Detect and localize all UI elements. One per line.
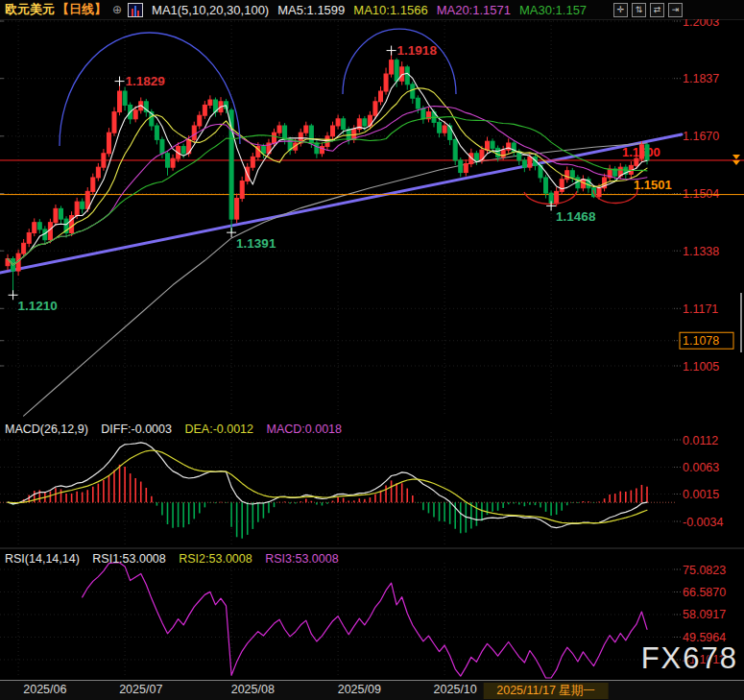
- candle-body: [486, 141, 490, 150]
- top-pattern-arc: [60, 33, 240, 146]
- add-indicator-icon[interactable]: ⊕: [112, 3, 122, 16]
- watermark: FX678: [641, 641, 738, 676]
- candle-body: [283, 126, 287, 139]
- price-axis-label: 1.1338: [683, 245, 719, 258]
- candle-body: [474, 154, 478, 160]
- rsi-line: [83, 563, 647, 678]
- macd-chart[interactable]: 0.01120.00630.0015-0.0034: [0, 418, 744, 549]
- candle-body: [379, 91, 383, 102]
- candle-body: [304, 126, 308, 133]
- chart-type-icon[interactable]: [128, 3, 143, 17]
- price-marker-icon: [732, 155, 740, 159]
- main-price-chart[interactable]: 1.20031.18371.16701.15041.13381.11711.10…: [0, 19, 744, 418]
- extreme-price-label: 1.1829: [126, 74, 165, 88]
- candle-body: [75, 202, 79, 215]
- candle-body: [597, 188, 601, 197]
- pan-icon[interactable]: ✛: [613, 3, 628, 17]
- x-axis-month-label: 2025/10: [434, 683, 477, 696]
- candle-body: [438, 122, 442, 133]
- candle-body: [123, 91, 127, 105]
- candle-body: [261, 147, 265, 154]
- macd-label: MACD(26,12,9): [5, 422, 88, 436]
- rsi-axis-label: 66.5870: [683, 586, 726, 599]
- price-axis-label: 1.1005: [683, 360, 719, 374]
- candle-body: [363, 119, 367, 126]
- macd-axis-label: 0.0063: [683, 461, 719, 474]
- candle-body: [192, 126, 196, 139]
- candle-body: [160, 139, 164, 153]
- candle-body: [496, 148, 500, 157]
- candle-body: [448, 126, 452, 139]
- rsi1-value: RSI1:53.0008: [92, 552, 165, 566]
- candle-body: [421, 109, 425, 119]
- candle-body: [22, 243, 26, 253]
- candle-body: [565, 171, 569, 180]
- rsi-axis-label: 75.0823: [683, 564, 726, 577]
- candle-body: [85, 191, 89, 208]
- candle-body: [544, 178, 548, 193]
- rsi2-value: RSI2:53.0008: [179, 552, 252, 566]
- candle-body: [112, 112, 116, 133]
- x-axis-month-label: 2025/07: [119, 683, 162, 696]
- title-bar: 欧元美元 【日线】 ⊕ MA1(5,10,20,30,100) MA5:1.15…: [0, 0, 744, 20]
- candle-body: [198, 115, 202, 126]
- price-axis-label: 1.1670: [683, 130, 719, 143]
- price-axis-label: 1.2003: [683, 19, 719, 29]
- candle-body: [373, 102, 377, 115]
- candle-body: [155, 126, 158, 139]
- rsi-chart[interactable]: 75.082366.587058.091749.596441.1011: [0, 549, 744, 680]
- scroll-right-icon[interactable]: ⇥: [668, 3, 683, 17]
- ma20-value: MA20:1.1571: [437, 3, 511, 17]
- x-axis-month-label: 2025/08: [231, 683, 275, 696]
- candle-body: [54, 208, 58, 222]
- candle-body: [48, 223, 52, 240]
- candle-body: [309, 126, 313, 143]
- period-label: 【日线】: [57, 1, 107, 18]
- level-label: 1.1501: [634, 178, 672, 192]
- candle-body: [459, 160, 463, 173]
- candle-body: [560, 180, 564, 192]
- rsi-header: RSI(14,14,14) RSI1:53.0008 RSI2:53.0008 …: [5, 552, 348, 566]
- candle-body: [390, 60, 394, 74]
- chart-toolbar: ✛ ⇅ ⇄ ⇥: [613, 3, 683, 17]
- ma-group-label: MA1(5,10,20,30,100): [152, 3, 269, 17]
- ma30-value: MA30:1.157: [519, 3, 587, 17]
- macd-diff-value: DIFF:-0.0003: [101, 422, 172, 436]
- ma100-line: [24, 143, 647, 416]
- candle-body: [336, 119, 340, 126]
- extreme-price-label: 1.1468: [556, 209, 596, 224]
- macd-axis-label: 0.0112: [683, 434, 718, 447]
- candle-body: [171, 158, 175, 167]
- price-axis-label: 1.1171: [683, 302, 718, 316]
- candle-body: [416, 98, 420, 109]
- candle-body: [491, 141, 494, 148]
- zoom-horizontal-icon[interactable]: ⇄: [650, 3, 664, 17]
- candle-body: [181, 147, 185, 154]
- extreme-price-label: 1.1210: [18, 299, 58, 313]
- macd-axis-label: -0.0034: [683, 516, 723, 529]
- price-axis-label: 1.1078: [683, 334, 719, 348]
- ma20-line: [8, 107, 647, 265]
- candle-body: [522, 160, 526, 167]
- candle-body: [251, 157, 254, 167]
- price-axis-label: 1.1837: [683, 72, 719, 85]
- zoom-vertical-icon[interactable]: ⇅: [632, 3, 646, 17]
- chart-window: 欧元美元 【日线】 ⊕ MA1(5,10,20,30,100) MA5:1.15…: [0, 0, 744, 700]
- candle-body: [37, 223, 41, 229]
- ma10-line: [8, 88, 647, 265]
- ma5-value: MA5:1.1599: [277, 3, 345, 17]
- candle-body: [443, 126, 446, 133]
- candle-body: [464, 164, 468, 173]
- candle-body: [203, 105, 206, 115]
- symbol-title: 欧元美元: [5, 1, 55, 18]
- rsi-axis-label: 58.0917: [683, 608, 726, 621]
- x-axis-current-date-label: 2025/11/17 星期一: [483, 683, 609, 699]
- candle-body: [528, 157, 532, 167]
- ma10-value: MA10:1.1566: [353, 3, 427, 17]
- candle-body: [166, 154, 170, 167]
- price-marker-icon: [732, 160, 740, 165]
- candle-body: [133, 110, 137, 119]
- macd-header: MACD(26,12,9) DIFF:-0.0003 DEA:-0.0012 M…: [5, 422, 351, 436]
- macd-value: MACD:0.0018: [267, 422, 343, 436]
- candle-body: [453, 139, 457, 160]
